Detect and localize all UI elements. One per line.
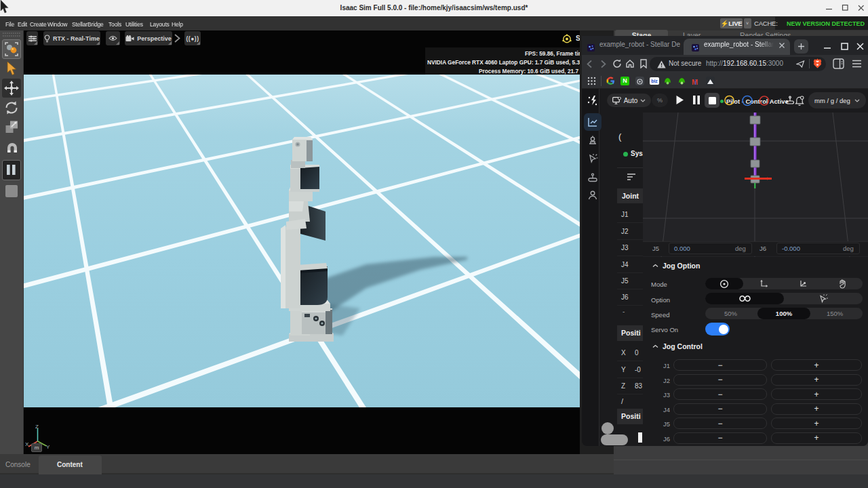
svg-text:Y: Y (46, 444, 50, 450)
svg-text:X: X (25, 441, 29, 447)
svg-text:i: i (694, 78, 696, 86)
svg-text:Pilot - Control Active: Pilot - Control Active (726, 98, 789, 105)
